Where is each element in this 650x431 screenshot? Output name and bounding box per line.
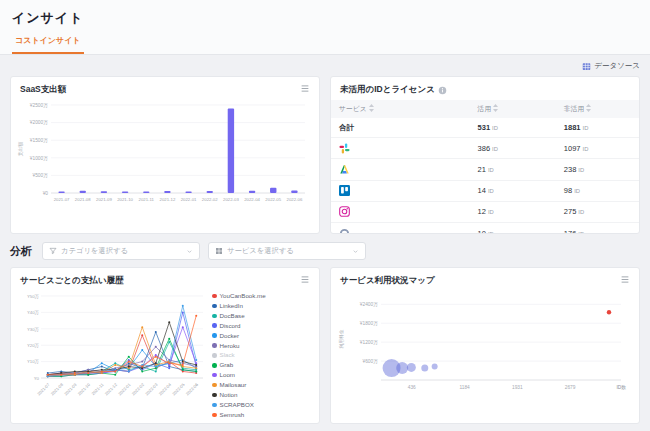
map-card-title: サービス利用状況マップ (340, 275, 435, 287)
legend-item[interactable]: Loom (212, 370, 315, 380)
legend-label: YouCanBook.me (220, 291, 266, 301)
legend-dot (212, 373, 217, 378)
card-header: SaaS支出額 (11, 77, 319, 97)
license-table-row[interactable]: 21ID238ID (331, 159, 639, 180)
history-card-title: サービスごとの支払い履歴 (20, 275, 123, 287)
svg-text:2021-08: 2021-08 (75, 197, 91, 202)
svg-text:¥40万: ¥40万 (27, 310, 39, 315)
datasource-link[interactable]: データソース (582, 61, 640, 71)
legend-item[interactable]: Slack (212, 350, 315, 360)
legend-item[interactable]: SCRAPBOX (212, 400, 315, 410)
slack-icon (339, 143, 350, 154)
svg-text:1184: 1184 (459, 385, 470, 390)
col-header-active[interactable]: 活用 (470, 100, 556, 118)
legend-item[interactable]: Semrush (212, 410, 315, 420)
legend-dot (212, 314, 217, 319)
col-label-inactive: 非活用 (564, 105, 584, 112)
svg-text:ID数: ID数 (616, 385, 626, 390)
service-cell (331, 180, 470, 201)
bar (207, 191, 213, 193)
sort-icon[interactable] (493, 104, 498, 112)
bar (143, 192, 149, 194)
svg-text:2022-01: 2022-01 (181, 197, 197, 202)
google-drive-icon (339, 164, 350, 175)
service-placeholder: サービスを選択する (227, 246, 348, 256)
count-cell: 1881ID (556, 118, 639, 138)
legend-item[interactable]: Docker (212, 331, 315, 341)
chart-menu-icon[interactable] (300, 84, 310, 93)
history-chart-area: ¥0¥10万¥20万¥30万¥40万¥50万2021-072021-082021… (11, 288, 319, 424)
bubble (432, 363, 438, 369)
svg-text:2022-03: 2022-03 (144, 382, 159, 397)
svg-text:¥1000万: ¥1000万 (30, 156, 48, 161)
legend-dot (212, 343, 217, 348)
svg-text:¥50万: ¥50万 (27, 294, 39, 299)
license-table-row[interactable]: 12ID275ID (331, 201, 639, 222)
count-cell: 21ID (470, 159, 556, 180)
license-table-row[interactable]: 386ID1097ID (331, 138, 639, 159)
col-header-service[interactable]: サービス (331, 100, 470, 118)
legend-label: Grab (220, 360, 234, 370)
svg-text:2022-04: 2022-04 (158, 382, 173, 397)
series-line (48, 350, 197, 375)
svg-text:2021-07: 2021-07 (36, 382, 51, 397)
legend-item[interactable]: Notion (212, 390, 315, 400)
legend-label: DocBase (220, 311, 245, 321)
bar (249, 191, 255, 193)
bar (270, 188, 276, 193)
svg-text:2022-05: 2022-05 (171, 382, 186, 397)
col-label-active: 活用 (478, 105, 492, 112)
legend-item[interactable]: LinkedIn (212, 301, 315, 311)
sort-icon[interactable] (369, 104, 374, 112)
analysis-section: 分析 カテゴリを選択する サービスを選択する (10, 242, 640, 260)
datasource-grid-icon (582, 62, 591, 71)
chart-menu-icon[interactable] (300, 275, 310, 284)
chevron-down-icon (186, 248, 193, 255)
info-icon[interactable] (438, 86, 447, 95)
legend-item[interactable]: Mailosaur (212, 380, 315, 390)
svg-text:¥500万: ¥500万 (33, 173, 49, 178)
svg-text:¥600万: ¥600万 (363, 359, 379, 364)
license-table-row[interactable]: 合計531ID1881ID (331, 118, 639, 138)
count-cell: 176ID (556, 222, 639, 234)
legend-dot (212, 413, 217, 418)
legend-label: Notion (220, 390, 238, 400)
service-select[interactable]: サービスを選択する (208, 242, 366, 260)
count-cell: 1097ID (556, 138, 639, 159)
ring-icon (339, 228, 350, 234)
tab-cost-insight[interactable]: コストインサイト (12, 35, 84, 54)
chart-menu-icon[interactable] (620, 275, 630, 284)
legend-dot (212, 353, 217, 358)
legend-item[interactable]: Heroku (212, 341, 315, 351)
legend-item[interactable]: YouCanBook.me (212, 291, 315, 301)
col-header-inactive[interactable]: 非活用 (556, 100, 639, 118)
service-cell (331, 201, 470, 222)
licenses-card-title: 未活用のIDとライセンス (340, 84, 435, 96)
count-cell: 386ID (470, 138, 556, 159)
legend-dot (212, 323, 217, 328)
bubble (607, 310, 611, 314)
svg-text:¥2500万: ¥2500万 (30, 103, 48, 108)
legend-item[interactable]: Grab (212, 360, 315, 370)
svg-text:¥1800万: ¥1800万 (360, 321, 378, 326)
svg-text:2021-08: 2021-08 (50, 382, 65, 397)
legend-item[interactable]: Discord (212, 321, 315, 331)
svg-text:¥2000万: ¥2000万 (30, 120, 48, 125)
svg-text:2022-02: 2022-02 (131, 382, 146, 397)
svg-text:¥1200万: ¥1200万 (360, 340, 378, 345)
legend-label: Discord (220, 321, 241, 331)
sort-icon[interactable] (586, 104, 591, 112)
license-table-row[interactable]: 14ID98ID (331, 180, 639, 201)
svg-text:2021-07: 2021-07 (54, 197, 70, 202)
legend-dot (212, 333, 217, 338)
svg-text:利用料金: 利用料金 (339, 329, 345, 348)
count-cell: 98ID (556, 180, 639, 201)
svg-text:2021-10: 2021-10 (117, 197, 133, 202)
legend-item[interactable]: DocBase (212, 311, 315, 321)
license-table-row[interactable]: 10ID176ID (331, 222, 639, 234)
category-select[interactable]: カテゴリを選択する (42, 242, 200, 260)
bar (122, 191, 128, 193)
legend-dot (212, 363, 217, 368)
instagram-icon (339, 206, 350, 217)
svg-text:¥0: ¥0 (43, 191, 49, 196)
